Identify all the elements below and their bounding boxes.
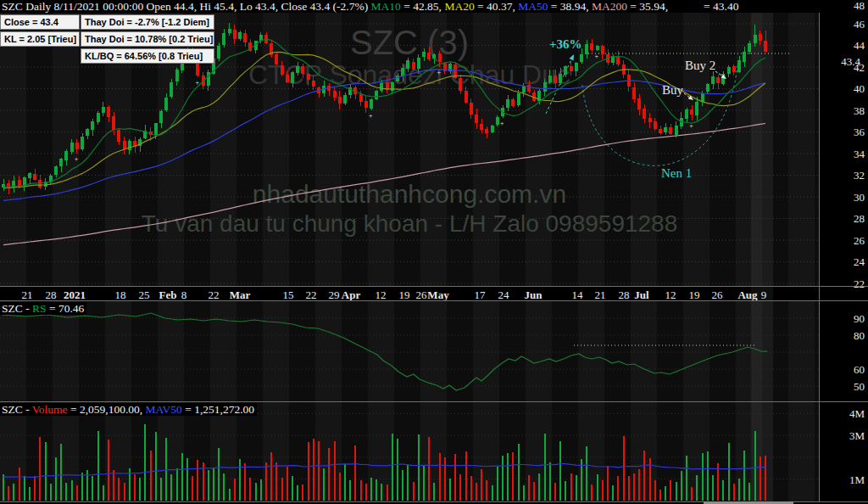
price-tick: 42 [854,62,865,73]
header-segment: SZC - [2,302,32,315]
price-scale: 48464443.4424038363432302826242290806050… [819,0,868,504]
volume-tick: 4M [849,408,865,419]
price-tick: 32 [854,170,865,181]
price-tick: 22 [854,278,865,289]
svg-text:+: + [595,53,599,60]
nen-annotation: Nen 1 [661,166,692,181]
price-tick: 26 [854,235,865,246]
svg-text:+: + [75,155,79,163]
x-axis: 212820211825Feb822Mar152229Apr121926May1… [0,287,819,301]
header-segment: SZC - [2,403,32,416]
info-box-volume-change[interactable]: Thay Doi = 10.78% [0.2 Trieu] [81,31,214,47]
info-box-change[interactable]: Thay Doi = -2.7% [-1.2 Diem] [81,14,214,30]
header-segment: = 35.94, [627,0,668,13]
price-tick: 40 [854,83,865,94]
title-bar: SZC Daily 8/11/2021 00:00:00 Open 44.4, … [0,0,817,13]
scale-border-line [819,13,820,501]
rs-chart [0,301,819,401]
header-segment: = 43.40 [704,0,738,13]
price-tick: 24 [854,256,865,267]
volume-chart [0,402,819,501]
rs-tick: 80 [854,330,865,341]
rs-panel-header: SZC - RS = 70.46 [0,302,86,315]
price-tick: 34 [854,148,865,160]
buy1-annotation: Buy [662,83,683,98]
header-segment: = 42.85, [401,0,445,13]
svg-text:+: + [500,120,504,127]
info-box-klbq[interactable]: KL/BQ = 64.56% [0.8 Trieu] [81,48,214,64]
volume-tick: 1M [849,474,865,485]
price-tick: 30 [854,192,865,203]
header-segment: Volume [32,403,68,416]
rs-tick: 60 [854,364,865,375]
buy2-annotation: Buy 2 [685,59,715,73]
header-segment: MA200 [592,0,627,13]
buy-arrows [684,71,726,100]
chart-window: SZC (3) CTCP Sonadezi Chau Duc nhadautut… [0,0,868,504]
info-box-volume[interactable]: KL = 2.05 [Trieu] [0,31,80,47]
price-tick: 28 [854,213,865,224]
mav50-line [3,463,765,477]
rs-tick: 90 [854,313,865,324]
header-segment: = 1,251,272.00 [182,403,254,416]
separator-line [0,401,868,402]
header-segment: SZC Daily 8/11/2021 00:00:00 Open 44.4, … [2,0,371,13]
header-segment: = 70.46 [47,302,85,315]
gain-annotation: +36% [549,37,582,52]
volume-tick: 3M [849,430,865,441]
price-tick: 48 [854,0,865,11]
svg-text:+: + [437,69,442,76]
separator-line [0,300,868,301]
header-segment: = 38.94, [548,0,592,13]
header-segment: = 40.37, [475,0,519,13]
price-tick: 44 [854,40,865,51]
header-segment: = 2,059,100.00, [68,403,146,416]
header-segment: MA20 [444,0,474,13]
separator-line [0,286,868,287]
volume-bars [3,424,766,501]
price-tick: 36 [854,126,865,137]
price-tick: 38 [854,105,865,116]
moving-averages [3,39,765,245]
header-segment: MA10 [371,0,401,13]
info-box-close[interactable]: Close = 43.4 [0,14,80,30]
header-segment: MA50 [518,0,548,13]
rs-tick: 50 [854,381,865,392]
svg-text:+: + [369,112,373,120]
price-tick: 46 [854,19,865,30]
rs-line [2,313,767,390]
header-segment: RS [32,302,47,315]
header-segment: MAV50 [146,403,182,416]
volume-panel-header: SZC - Volume = 2,059,100.00, MAV50 = 1,2… [0,403,257,416]
